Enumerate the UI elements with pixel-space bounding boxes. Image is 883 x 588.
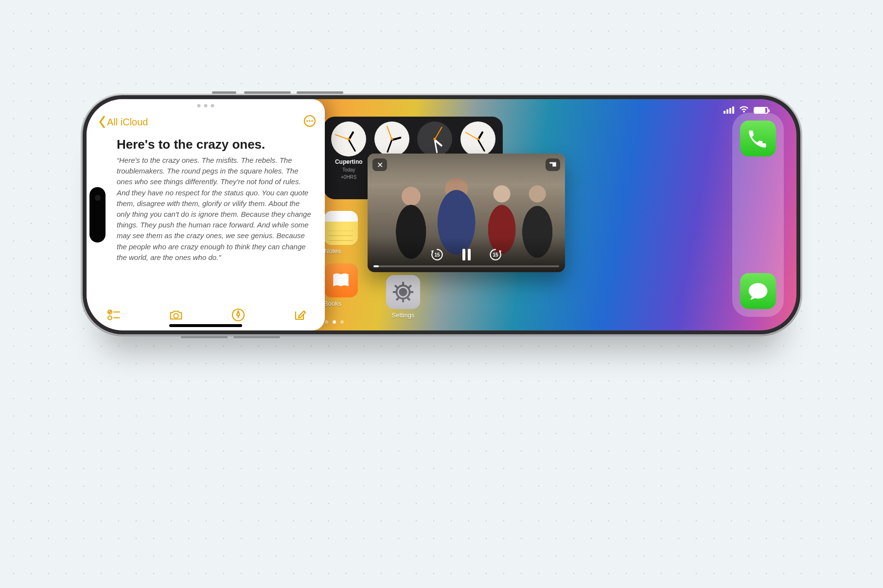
books-app-icon xyxy=(324,263,358,297)
close-icon: ✕ xyxy=(377,160,383,170)
screen: Cupertino Today +0HRS xyxy=(87,99,796,330)
checklist-icon xyxy=(107,308,122,322)
dock xyxy=(732,113,784,317)
messages-app[interactable] xyxy=(740,273,776,309)
back-button[interactable]: All iCloud xyxy=(98,116,148,128)
wifi-icon xyxy=(739,105,749,115)
slide-over-grabber[interactable] xyxy=(197,104,214,107)
volume-up-button xyxy=(244,91,291,94)
ellipsis-circle-icon xyxy=(303,115,316,127)
app-label: Notes xyxy=(324,247,341,255)
pip-expand-icon xyxy=(548,160,557,169)
power-button xyxy=(181,336,228,338)
page-indicator[interactable] xyxy=(325,320,344,324)
svg-point-4 xyxy=(309,120,310,121)
pip-controls: 15 15 xyxy=(368,247,565,262)
dynamic-island[interactable] xyxy=(89,187,106,242)
phone-app[interactable] xyxy=(740,121,776,156)
note-body-text: “Here's to the crazy ones. The misfits. … xyxy=(117,155,311,263)
skip-fwd-label: 15 xyxy=(493,252,498,258)
picture-in-picture-player[interactable]: ✕ 15 15 xyxy=(368,154,565,272)
notes-app[interactable]: Notes xyxy=(324,211,358,255)
home-icons-column: Notes Books xyxy=(324,211,358,307)
settings-app-icon xyxy=(386,275,420,309)
back-label: All iCloud xyxy=(107,117,148,128)
city-offset: +0HRS xyxy=(341,174,357,180)
notes-app-icon xyxy=(324,211,358,245)
power-button-2 xyxy=(233,336,280,338)
battery-icon xyxy=(754,107,768,114)
compose-icon xyxy=(293,308,307,322)
books-app[interactable]: Books xyxy=(324,263,358,307)
phone-icon xyxy=(747,128,769,149)
app-label: Books xyxy=(324,300,341,307)
pause-button[interactable] xyxy=(459,248,473,261)
messages-icon xyxy=(747,280,769,302)
note-title: Here's to the crazy ones. xyxy=(117,137,311,152)
note-content[interactable]: Here's to the crazy ones. “Here's to the… xyxy=(87,129,325,302)
svg-point-3 xyxy=(306,120,308,121)
pip-close-button[interactable]: ✕ xyxy=(372,158,387,171)
analog-clock-icon xyxy=(417,121,452,156)
home-indicator[interactable] xyxy=(169,324,242,327)
camera-button[interactable] xyxy=(168,307,184,323)
skip-back-15-button[interactable]: 15 xyxy=(429,247,445,262)
markup-button[interactable] xyxy=(230,307,247,323)
skip-forward-15-button[interactable]: 15 xyxy=(488,247,503,262)
city-day: Today xyxy=(342,167,355,173)
skip-back-label: 15 xyxy=(434,252,440,258)
iphone-frame: Cupertino Today +0HRS xyxy=(81,93,802,336)
analog-clock-icon xyxy=(374,121,409,156)
svg-point-7 xyxy=(108,316,112,320)
analog-clock-icon xyxy=(460,121,495,156)
svg-point-0 xyxy=(399,288,407,296)
analog-clock-icon xyxy=(331,121,366,156)
markup-pen-icon xyxy=(231,308,246,322)
app-label: Settings xyxy=(392,311,415,319)
compose-button[interactable] xyxy=(292,307,308,323)
pip-expand-button[interactable] xyxy=(546,158,560,171)
checklist-button[interactable] xyxy=(106,307,123,323)
more-button[interactable] xyxy=(303,115,316,129)
pip-progress-bar[interactable] xyxy=(373,265,559,267)
svg-point-8 xyxy=(174,313,178,318)
camera-icon xyxy=(169,308,183,322)
svg-point-5 xyxy=(311,120,313,121)
cellular-signal-icon xyxy=(724,106,734,114)
settings-app[interactable]: Settings xyxy=(386,275,420,319)
side-button xyxy=(212,91,236,94)
world-clock-city-0: Cupertino Today +0HRS xyxy=(329,121,369,196)
chevron-left-icon xyxy=(98,116,106,128)
volume-down-button xyxy=(297,91,343,94)
status-bar xyxy=(724,105,768,115)
city-name: Cupertino xyxy=(335,158,363,165)
pause-icon xyxy=(462,249,465,260)
notes-slide-over: All iCloud Here's to the crazy ones. “He… xyxy=(87,99,325,330)
